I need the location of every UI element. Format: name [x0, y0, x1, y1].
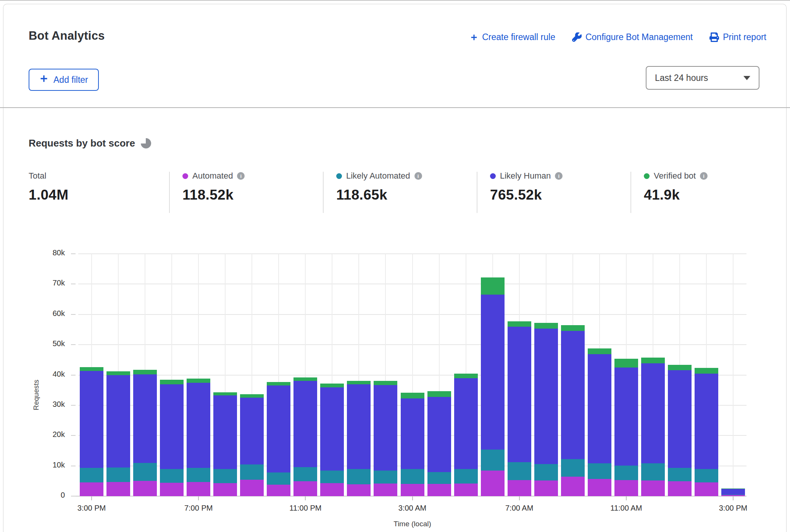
bar-segment-automated[interactable]: [401, 484, 424, 496]
bar-segment-likely-human[interactable]: [80, 371, 103, 468]
bar-segment-likely-automated[interactable]: [427, 472, 451, 484]
create-firewall-rule-link[interactable]: Create firewall rule: [470, 32, 555, 42]
bar-segment-verified-bot[interactable]: [588, 348, 611, 354]
chart-bar-6-00-pm[interactable]: [160, 380, 184, 496]
bar-segment-verified-bot[interactable]: [267, 382, 290, 386]
bar-segment-verified-bot[interactable]: [160, 380, 184, 384]
bar-segment-verified-bot[interactable]: [374, 381, 397, 385]
chart-bar-8-00-am[interactable]: [534, 323, 558, 496]
bar-segment-likely-human[interactable]: [293, 381, 317, 467]
bar-segment-verified-bot[interactable]: [641, 358, 665, 363]
bar-segment-likely-automated[interactable]: [508, 462, 531, 480]
bar-segment-automated[interactable]: [588, 479, 611, 496]
bar-segment-likely-human[interactable]: [534, 329, 558, 464]
bar-segment-verified-bot[interactable]: [240, 394, 264, 398]
bar-segment-likely-automated[interactable]: [534, 464, 558, 480]
chart-bar-5-00-am[interactable]: [454, 374, 478, 496]
chart-bar-10-00-am[interactable]: [588, 348, 611, 496]
bar-segment-automated[interactable]: [668, 481, 692, 496]
bar-segment-likely-human[interactable]: [133, 374, 157, 463]
bar-segment-automated[interactable]: [641, 480, 665, 496]
bar-segment-likely-human[interactable]: [454, 378, 478, 469]
bar-segment-likely-human[interactable]: [481, 295, 505, 450]
bar-segment-automated[interactable]: [160, 483, 184, 496]
chart-bar-11-00-pm[interactable]: [293, 377, 317, 496]
bar-segment-automated[interactable]: [508, 480, 531, 496]
chart-bar-5-00-pm[interactable]: [133, 370, 157, 496]
bar-segment-automated[interactable]: [293, 481, 317, 496]
chart-bar-2-00-pm[interactable]: [695, 368, 718, 496]
bar-segment-automated[interactable]: [320, 483, 344, 496]
chart-bar-2-00-am[interactable]: [374, 381, 397, 496]
bar-segment-verified-bot[interactable]: [508, 321, 531, 327]
bar-segment-likely-human[interactable]: [267, 385, 290, 472]
bar-segment-verified-bot[interactable]: [668, 365, 692, 370]
bar-segment-likely-automated[interactable]: [240, 464, 264, 480]
bar-segment-verified-bot[interactable]: [80, 367, 103, 371]
bar-segment-likely-human[interactable]: [320, 387, 344, 470]
chart-bar-7-00-pm[interactable]: [187, 379, 210, 496]
chart-bar-9-00-am[interactable]: [561, 325, 585, 496]
bar-segment-likely-human[interactable]: [561, 331, 585, 459]
bar-segment-automated[interactable]: [267, 485, 290, 496]
bar-segment-likely-automated[interactable]: [481, 450, 505, 471]
bar-segment-likely-automated[interactable]: [347, 469, 371, 484]
chart-bar-4-00-pm[interactable]: [106, 371, 130, 496]
bar-segment-automated[interactable]: [80, 482, 103, 497]
bar-segment-automated[interactable]: [133, 481, 157, 496]
bar-segment-likely-human[interactable]: [160, 384, 184, 469]
bar-segment-automated[interactable]: [240, 480, 264, 496]
bar-segment-likely-automated[interactable]: [641, 463, 665, 480]
bar-segment-likely-human[interactable]: [641, 363, 665, 463]
bar-segment-verified-bot[interactable]: [481, 277, 505, 295]
bar-segment-likely-human[interactable]: [213, 395, 237, 469]
bar-segment-automated[interactable]: [614, 480, 638, 496]
bar-segment-automated[interactable]: [106, 482, 130, 496]
bar-segment-verified-bot[interactable]: [347, 381, 371, 384]
bar-segment-likely-human[interactable]: [187, 383, 210, 468]
bar-segment-verified-bot[interactable]: [427, 391, 451, 397]
bar-segment-likely-automated[interactable]: [106, 468, 130, 482]
chart-bar-3-00-am[interactable]: [401, 393, 424, 496]
chart-bar-8-00-pm[interactable]: [213, 392, 237, 496]
bar-segment-likely-automated[interactable]: [187, 468, 210, 482]
bar-segment-likely-human[interactable]: [347, 384, 371, 469]
bar-segment-likely-human[interactable]: [695, 374, 718, 469]
bar-segment-likely-human[interactable]: [374, 385, 397, 471]
bar-segment-likely-automated[interactable]: [267, 472, 290, 485]
bar-segment-automated[interactable]: [481, 471, 505, 496]
bar-segment-verified-bot[interactable]: [293, 377, 317, 381]
bar-segment-likely-human[interactable]: [401, 398, 424, 469]
bar-segment-verified-bot[interactable]: [614, 359, 638, 368]
bar-segment-verified-bot[interactable]: [534, 323, 558, 329]
bar-segment-likely-automated[interactable]: [80, 468, 103, 482]
bar-segment-likely-human[interactable]: [106, 375, 130, 468]
bar-segment-automated[interactable]: [213, 483, 237, 496]
bar-segment-likely-automated[interactable]: [374, 471, 397, 484]
bar-segment-likely-automated[interactable]: [561, 459, 585, 477]
bar-segment-automated[interactable]: [561, 477, 585, 496]
chart-bar-9-00-pm[interactable]: [240, 394, 264, 496]
bar-segment-automated[interactable]: [454, 484, 478, 496]
chart-bar-1-00-pm[interactable]: [668, 365, 692, 496]
bar-segment-verified-bot[interactable]: [401, 393, 424, 398]
bar-segment-likely-automated[interactable]: [401, 469, 424, 484]
bar-segment-verified-bot[interactable]: [561, 325, 585, 330]
bar-segment-likely-automated[interactable]: [320, 471, 344, 483]
chart-bar-12-00-am[interactable]: [320, 384, 344, 496]
bar-segment-likely-automated[interactable]: [695, 469, 718, 482]
info-icon[interactable]: i: [700, 172, 708, 180]
bar-segment-verified-bot[interactable]: [454, 374, 478, 379]
chart-bar-3-00-pm[interactable]: [80, 367, 103, 496]
bar-segment-likely-automated[interactable]: [293, 467, 317, 481]
bar-segment-verified-bot[interactable]: [133, 370, 157, 374]
bar-segment-automated[interactable]: [534, 480, 558, 496]
info-icon[interactable]: i: [555, 172, 563, 180]
bar-segment-verified-bot[interactable]: [213, 392, 237, 395]
bar-segment-verified-bot[interactable]: [187, 379, 210, 383]
bar-segment-likely-automated[interactable]: [614, 466, 638, 480]
bar-segment-likely-human[interactable]: [614, 368, 638, 466]
chart-bar-11-00-am[interactable]: [614, 359, 638, 496]
bar-segment-automated[interactable]: [187, 482, 210, 496]
bar-segment-likely-automated[interactable]: [133, 463, 157, 481]
